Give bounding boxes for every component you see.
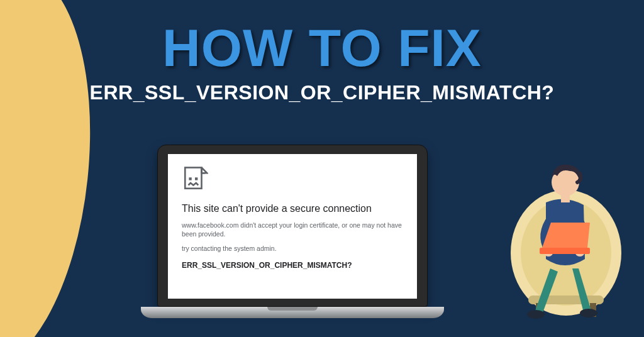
laptop-notch	[267, 307, 318, 311]
svg-rect-3	[189, 177, 191, 180]
headline-main: HOW TO FIX	[0, 18, 644, 79]
laptop-illustration: This site can't provide a secure connect…	[157, 145, 428, 318]
headline-sub: ERR_SSL_VERSION_OR_CIPHER_MISMATCH?	[0, 81, 644, 104]
svg-rect-4	[195, 177, 197, 180]
svg-point-10	[527, 310, 545, 319]
svg-point-11	[580, 309, 597, 318]
error-body: www.facebook.com didn't accept your logi…	[182, 221, 403, 238]
svg-rect-14	[540, 248, 590, 254]
laptop-frame: This site can't provide a secure connect…	[157, 145, 428, 307]
person-illustration	[491, 146, 629, 322]
error-title: This site can't provide a secure connect…	[182, 203, 403, 214]
broken-page-icon	[182, 165, 208, 192]
headline-block: HOW TO FIX ERR_SSL_VERSION_OR_CIPHER_MIS…	[0, 18, 644, 104]
error-try: try contacting the system admin.	[182, 245, 403, 252]
error-code: ERR_SSL_VERSION_OR_CIPHER_MISMATCH?	[182, 261, 403, 270]
laptop-base	[141, 307, 444, 318]
laptop-screen: This site can't provide a secure connect…	[168, 154, 417, 299]
